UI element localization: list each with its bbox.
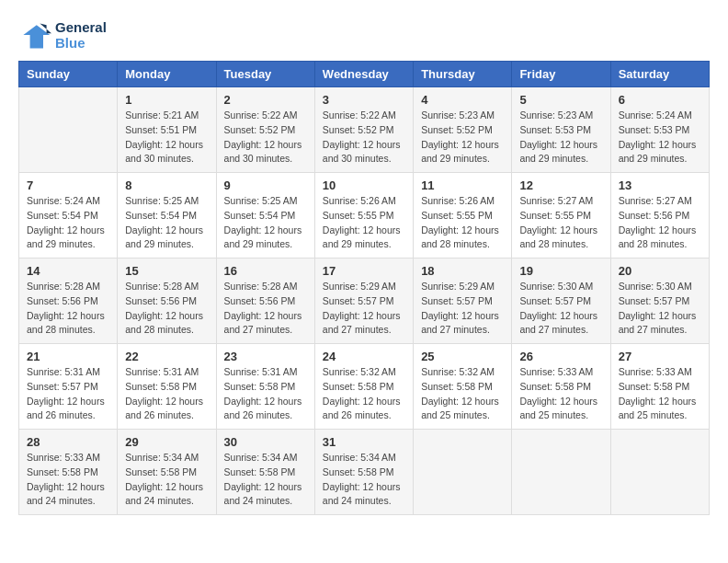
calendar-cell: 7Sunrise: 5:24 AM Sunset: 5:54 PM Daylig… bbox=[19, 173, 118, 259]
day-info: Sunrise: 5:27 AM Sunset: 5:56 PM Dayligh… bbox=[619, 194, 701, 252]
calendar-cell: 13Sunrise: 5:27 AM Sunset: 5:56 PM Dayli… bbox=[610, 173, 709, 259]
column-header-sunday: Sunday bbox=[19, 62, 118, 87]
day-number: 7 bbox=[27, 178, 109, 192]
day-info: Sunrise: 5:28 AM Sunset: 5:56 PM Dayligh… bbox=[125, 280, 208, 338]
calendar-cell bbox=[414, 430, 512, 515]
day-number: 5 bbox=[519, 93, 602, 107]
day-info: Sunrise: 5:25 AM Sunset: 5:54 PM Dayligh… bbox=[224, 194, 307, 252]
calendar-cell: 26Sunrise: 5:33 AM Sunset: 5:58 PM Dayli… bbox=[512, 344, 610, 430]
day-number: 21 bbox=[27, 350, 109, 363]
day-number: 16 bbox=[224, 264, 307, 278]
svg-marker-0 bbox=[23, 25, 50, 48]
calendar-cell bbox=[610, 430, 709, 515]
calendar-cell: 15Sunrise: 5:28 AM Sunset: 5:56 PM Dayli… bbox=[118, 259, 216, 344]
calendar-cell bbox=[19, 87, 118, 173]
day-info: Sunrise: 5:30 AM Sunset: 5:57 PM Dayligh… bbox=[619, 280, 701, 338]
day-number: 14 bbox=[27, 264, 109, 278]
calendar-cell: 2Sunrise: 5:22 AM Sunset: 5:52 PM Daylig… bbox=[216, 87, 314, 173]
day-info: Sunrise: 5:32 AM Sunset: 5:58 PM Dayligh… bbox=[421, 365, 504, 423]
day-number: 24 bbox=[323, 350, 405, 363]
day-info: Sunrise: 5:31 AM Sunset: 5:58 PM Dayligh… bbox=[125, 365, 208, 423]
day-info: Sunrise: 5:31 AM Sunset: 5:58 PM Dayligh… bbox=[224, 365, 307, 423]
day-info: Sunrise: 5:22 AM Sunset: 5:52 PM Dayligh… bbox=[323, 109, 405, 167]
calendar-header-row: SundayMondayTuesdayWednesdayThursdayFrid… bbox=[19, 62, 710, 87]
day-number: 18 bbox=[421, 264, 504, 278]
day-number: 25 bbox=[421, 350, 504, 363]
calendar-table: SundayMondayTuesdayWednesdayThursdayFrid… bbox=[18, 61, 710, 515]
day-number: 15 bbox=[125, 264, 208, 278]
day-number: 20 bbox=[619, 264, 701, 278]
day-info: Sunrise: 5:23 AM Sunset: 5:52 PM Dayligh… bbox=[421, 109, 504, 167]
day-number: 17 bbox=[323, 264, 405, 278]
day-info: Sunrise: 5:21 AM Sunset: 5:51 PM Dayligh… bbox=[125, 109, 208, 167]
day-number: 31 bbox=[323, 435, 405, 449]
column-header-wednesday: Wednesday bbox=[314, 62, 413, 87]
day-info: Sunrise: 5:25 AM Sunset: 5:54 PM Dayligh… bbox=[125, 194, 208, 252]
calendar-cell: 14Sunrise: 5:28 AM Sunset: 5:56 PM Dayli… bbox=[19, 259, 118, 344]
day-number: 13 bbox=[619, 178, 701, 192]
header: General Blue bbox=[18, 18, 710, 52]
day-number: 1 bbox=[125, 93, 208, 107]
day-info: Sunrise: 5:30 AM Sunset: 5:57 PM Dayligh… bbox=[519, 280, 602, 338]
logo-text: General Blue bbox=[55, 19, 107, 51]
calendar-cell: 17Sunrise: 5:29 AM Sunset: 5:57 PM Dayli… bbox=[314, 259, 413, 344]
day-number: 9 bbox=[224, 178, 307, 192]
day-number: 4 bbox=[421, 93, 504, 107]
calendar-cell: 30Sunrise: 5:34 AM Sunset: 5:58 PM Dayli… bbox=[216, 430, 314, 515]
calendar-cell: 21Sunrise: 5:31 AM Sunset: 5:57 PM Dayli… bbox=[19, 344, 118, 430]
day-number: 28 bbox=[27, 435, 109, 449]
day-number: 27 bbox=[619, 350, 701, 363]
day-info: Sunrise: 5:28 AM Sunset: 5:56 PM Dayligh… bbox=[27, 280, 109, 338]
day-number: 11 bbox=[421, 178, 504, 192]
calendar-cell: 25Sunrise: 5:32 AM Sunset: 5:58 PM Dayli… bbox=[414, 344, 512, 430]
day-number: 10 bbox=[323, 178, 405, 192]
calendar-cell: 6Sunrise: 5:24 AM Sunset: 5:53 PM Daylig… bbox=[610, 87, 709, 173]
calendar-cell: 28Sunrise: 5:33 AM Sunset: 5:58 PM Dayli… bbox=[19, 430, 118, 515]
calendar-cell: 5Sunrise: 5:23 AM Sunset: 5:53 PM Daylig… bbox=[512, 87, 610, 173]
day-number: 3 bbox=[323, 93, 405, 107]
calendar-cell: 11Sunrise: 5:26 AM Sunset: 5:55 PM Dayli… bbox=[414, 173, 512, 259]
calendar-cell: 31Sunrise: 5:34 AM Sunset: 5:58 PM Dayli… bbox=[314, 430, 413, 515]
calendar-week-5: 28Sunrise: 5:33 AM Sunset: 5:58 PM Dayli… bbox=[19, 430, 710, 515]
day-number: 19 bbox=[519, 264, 602, 278]
day-number: 2 bbox=[224, 93, 307, 107]
day-number: 30 bbox=[224, 435, 307, 449]
day-info: Sunrise: 5:26 AM Sunset: 5:55 PM Dayligh… bbox=[421, 194, 504, 252]
day-info: Sunrise: 5:29 AM Sunset: 5:57 PM Dayligh… bbox=[323, 280, 405, 338]
column-header-tuesday: Tuesday bbox=[216, 62, 314, 87]
calendar-cell: 18Sunrise: 5:29 AM Sunset: 5:57 PM Dayli… bbox=[414, 259, 512, 344]
day-number: 26 bbox=[519, 350, 602, 363]
calendar-week-4: 21Sunrise: 5:31 AM Sunset: 5:57 PM Dayli… bbox=[19, 344, 710, 430]
day-info: Sunrise: 5:32 AM Sunset: 5:58 PM Dayligh… bbox=[323, 365, 405, 423]
calendar-cell: 12Sunrise: 5:27 AM Sunset: 5:55 PM Dayli… bbox=[512, 173, 610, 259]
calendar-cell: 27Sunrise: 5:33 AM Sunset: 5:58 PM Dayli… bbox=[610, 344, 709, 430]
day-info: Sunrise: 5:22 AM Sunset: 5:52 PM Dayligh… bbox=[224, 109, 307, 167]
day-info: Sunrise: 5:24 AM Sunset: 5:54 PM Dayligh… bbox=[27, 194, 109, 252]
day-info: Sunrise: 5:34 AM Sunset: 5:58 PM Dayligh… bbox=[125, 451, 208, 509]
day-info: Sunrise: 5:34 AM Sunset: 5:58 PM Dayligh… bbox=[224, 451, 307, 509]
calendar-week-3: 14Sunrise: 5:28 AM Sunset: 5:56 PM Dayli… bbox=[19, 259, 710, 344]
calendar-cell: 9Sunrise: 5:25 AM Sunset: 5:54 PM Daylig… bbox=[216, 173, 314, 259]
day-info: Sunrise: 5:28 AM Sunset: 5:56 PM Dayligh… bbox=[224, 280, 307, 338]
logo-icon bbox=[18, 18, 51, 52]
calendar-cell: 10Sunrise: 5:26 AM Sunset: 5:55 PM Dayli… bbox=[314, 173, 413, 259]
day-number: 23 bbox=[224, 350, 307, 363]
calendar-cell: 3Sunrise: 5:22 AM Sunset: 5:52 PM Daylig… bbox=[314, 87, 413, 173]
day-info: Sunrise: 5:33 AM Sunset: 5:58 PM Dayligh… bbox=[619, 365, 701, 423]
day-info: Sunrise: 5:33 AM Sunset: 5:58 PM Dayligh… bbox=[27, 451, 109, 509]
day-number: 6 bbox=[619, 93, 701, 107]
calendar-week-2: 7Sunrise: 5:24 AM Sunset: 5:54 PM Daylig… bbox=[19, 173, 710, 259]
day-number: 12 bbox=[519, 178, 602, 192]
column-header-monday: Monday bbox=[118, 62, 216, 87]
day-number: 8 bbox=[125, 178, 208, 192]
day-info: Sunrise: 5:33 AM Sunset: 5:58 PM Dayligh… bbox=[519, 365, 602, 423]
calendar-cell: 20Sunrise: 5:30 AM Sunset: 5:57 PM Dayli… bbox=[610, 259, 709, 344]
day-info: Sunrise: 5:27 AM Sunset: 5:55 PM Dayligh… bbox=[519, 194, 602, 252]
day-info: Sunrise: 5:23 AM Sunset: 5:53 PM Dayligh… bbox=[519, 109, 602, 167]
day-number: 22 bbox=[125, 350, 208, 363]
calendar-cell: 24Sunrise: 5:32 AM Sunset: 5:58 PM Dayli… bbox=[314, 344, 413, 430]
calendar-cell: 29Sunrise: 5:34 AM Sunset: 5:58 PM Dayli… bbox=[118, 430, 216, 515]
day-number: 29 bbox=[125, 435, 208, 449]
calendar-cell bbox=[512, 430, 610, 515]
calendar-cell: 8Sunrise: 5:25 AM Sunset: 5:54 PM Daylig… bbox=[118, 173, 216, 259]
